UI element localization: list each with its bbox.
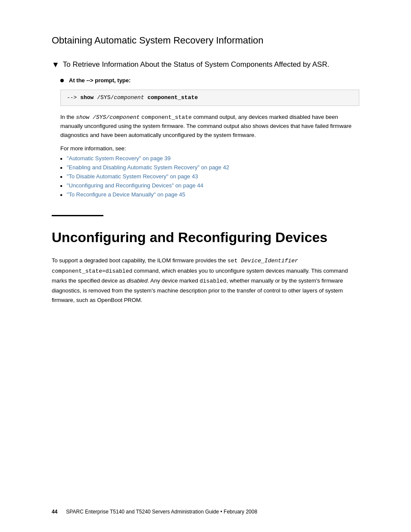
step-text: At the --> prompt, type:: [69, 77, 131, 84]
chapter-body-1: To support a degraded boot capability, t…: [52, 256, 359, 305]
list-item: "Unconfiguring and Reconfiguring Devices…: [60, 182, 359, 189]
bullet-step: At the --> prompt, type:: [60, 77, 359, 84]
code-state: component_state: [144, 94, 198, 101]
subsection-title: ▼ To Retrieve Information About the Stat…: [52, 60, 359, 70]
chapter-title: Unconfiguring and Reconfiguring Devices: [52, 229, 359, 246]
bullet-dot-icon: [60, 79, 64, 82]
page: Obtaining Automatic System Recovery Info…: [0, 0, 411, 532]
link-list: "Automatic System Recovery" on page 39 "…: [60, 155, 359, 198]
footer-page-number: 44: [52, 509, 57, 515]
footer-text: SPARC Enterprise T5140 and T5240 Servers…: [66, 509, 257, 515]
chapter-code-set: set Device_Identifier component_state=di…: [52, 258, 298, 274]
code-show: show: [80, 94, 97, 101]
subsection-title-text: To Retrieve Information About the Status…: [63, 60, 359, 69]
link-reconfigure-page45[interactable]: "To Reconfigure a Device Manually" on pa…: [67, 191, 185, 198]
code-path: /SYS/: [97, 94, 114, 101]
chapter-section: Unconfiguring and Reconfiguring Devices …: [52, 229, 359, 305]
body-paragraph-1: In the show /SYS/component component_sta…: [60, 113, 359, 140]
code-block: --> show /SYS/component component_state: [60, 90, 359, 106]
link-disable-page43[interactable]: "To Disable Automatic System Recovery" o…: [67, 173, 198, 180]
list-item: "Enabling and Disabling Automatic System…: [60, 164, 359, 171]
chapter-italic-disabled: disabled: [127, 277, 147, 284]
link-enabling-page42[interactable]: "Enabling and Disabling Automatic System…: [67, 164, 229, 171]
chapter-code-disabled: disabled: [199, 278, 226, 284]
triangle-icon: ▼: [52, 60, 59, 70]
section-title: Obtaining Automatic System Recovery Info…: [52, 34, 359, 47]
section-divider: [52, 215, 103, 216]
inline-code-state: component_state: [141, 114, 192, 121]
footer: 44 SPARC Enterprise T5140 and T5240 Serv…: [52, 509, 359, 515]
more-info-label: For more information, see:: [60, 145, 359, 152]
inline-code-show: show /SYS/component: [76, 114, 140, 121]
subsection: ▼ To Retrieve Information About the Stat…: [52, 60, 359, 198]
code-prompt: -->: [67, 94, 80, 101]
link-asr-page39[interactable]: "Automatic System Recovery" on page 39: [67, 155, 171, 162]
list-item: "To Reconfigure a Device Manually" on pa…: [60, 191, 359, 198]
link-unconfiguring-page44[interactable]: "Unconfiguring and Reconfiguring Devices…: [67, 182, 203, 189]
list-item: "To Disable Automatic System Recovery" o…: [60, 173, 359, 180]
code-component: component: [114, 94, 144, 101]
list-item: "Automatic System Recovery" on page 39: [60, 155, 359, 162]
